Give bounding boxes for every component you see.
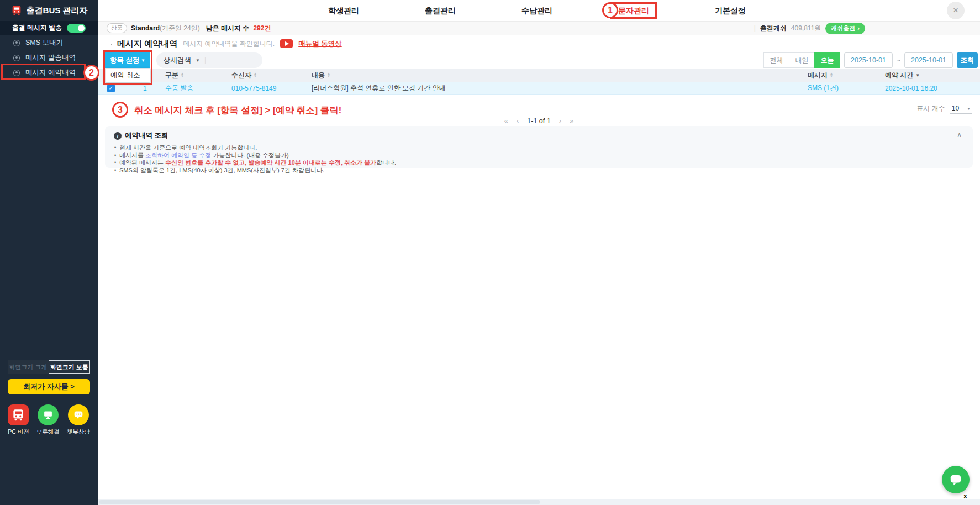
header-receiver[interactable]: 수신자▲▼ bbox=[224, 71, 304, 80]
error-help-button[interactable]: 오류해결 bbox=[36, 404, 60, 436]
close-icon: × bbox=[953, 5, 958, 16]
display-count-select[interactable]: 10 ▼ bbox=[950, 103, 972, 114]
row-time[interactable]: 2025-10-01 16:20 bbox=[877, 85, 980, 92]
divider: | bbox=[754, 24, 756, 32]
pagination: « ‹ 1-1 of 1 › » bbox=[504, 117, 574, 125]
main-content: 학생관리 출결관리 수납관리 문자관리 기본설정 1 × 상품 Standard… bbox=[98, 0, 980, 505]
send-toggle[interactable] bbox=[67, 24, 86, 33]
chat-fab-button[interactable] bbox=[942, 466, 970, 493]
filter-all-button[interactable]: 전체 bbox=[763, 52, 789, 68]
caret-down-icon: ▼ bbox=[141, 58, 145, 63]
filter-tomorrow-button[interactable]: 내일 bbox=[789, 52, 815, 68]
search-button[interactable]: 조회 bbox=[957, 52, 978, 68]
row-checkbox[interactable]: ✓ bbox=[107, 85, 115, 92]
header-content[interactable]: 내용▲▼ bbox=[304, 71, 800, 80]
row-message[interactable]: SMS (1건) bbox=[800, 83, 877, 93]
check-icon: ✓ bbox=[109, 85, 113, 91]
screen-size-controls: 화면크기 크게 화면크기 보통 bbox=[8, 360, 90, 374]
pagination-prev-button[interactable]: ‹ bbox=[517, 117, 519, 125]
display-count: 표시 개수 10 ▼ bbox=[916, 103, 972, 114]
toggle-label: 출결 메시지 발송 bbox=[12, 23, 62, 33]
annotation-step-3: 3 bbox=[112, 102, 128, 118]
row-type[interactable]: 수동 발송 bbox=[157, 83, 224, 93]
row-receiver[interactable]: 010-5775-8149 bbox=[224, 85, 304, 92]
info-bullet-list: 현재 시간을 기준으로 예약 내역조회가 가능합니다. 메시지를 조회하여 예약… bbox=[114, 144, 964, 174]
message-send-toggle-row: 출결 메시지 발송 bbox=[0, 21, 98, 35]
pagination-last-button[interactable]: » bbox=[570, 117, 573, 125]
banner-close-x[interactable]: x bbox=[963, 492, 967, 500]
youtube-icon[interactable] bbox=[280, 39, 293, 48]
info-bullet: 메시지를 조회하여 예약일 등 수정 가능합니다. (내용 수정불가) bbox=[114, 152, 964, 160]
date-to-input[interactable]: 2025-10-01 bbox=[904, 52, 953, 68]
row-content[interactable]: [리더스학원] 추석 연휴로 인한 보강 기간 안내 bbox=[304, 83, 800, 93]
tab-student-mgmt[interactable]: 학생관리 bbox=[328, 0, 359, 21]
table-footer-area: 3 취소 메시지 체크 후 [항목 설정] > [예약 취소] 클릭! « ‹ … bbox=[98, 99, 980, 126]
charge-cash-button[interactable]: 캐쉬충전 › bbox=[825, 23, 865, 34]
table-row[interactable]: ✓ 1 수동 발송 010-5775-8149 [리더스학원] 추석 연휴로 인… bbox=[98, 82, 980, 95]
sidebar-item-sms-send[interactable]: SMS 보내기 bbox=[0, 35, 98, 50]
sort-icon: ▲▼ bbox=[327, 72, 330, 78]
row-checkbox-cell: ✓ bbox=[98, 85, 135, 92]
screen-size-normal-button[interactable]: 화면크기 보통 bbox=[49, 360, 91, 374]
shop-button[interactable]: 최저가 자사몰 > bbox=[8, 379, 90, 394]
divider: | bbox=[204, 56, 206, 64]
header-message[interactable]: 메시지▲▼ bbox=[800, 71, 877, 80]
plan-chip: 상품 bbox=[107, 23, 127, 33]
horizontal-scrollbar[interactable] bbox=[98, 499, 980, 505]
sort-icon: ▲▼ bbox=[181, 72, 184, 78]
footer-icon-label: 오류해결 bbox=[36, 428, 60, 436]
footer-icon-label: PC 버전 bbox=[8, 428, 29, 436]
date-range-presets: 전체 내일 오늘 bbox=[764, 52, 840, 68]
sort-desc-icon: ▼ bbox=[915, 73, 920, 78]
row-no: 1 bbox=[135, 85, 157, 92]
close-button[interactable]: × bbox=[947, 2, 965, 19]
tab-attendance-mgmt[interactable]: 출결관리 bbox=[425, 0, 456, 21]
toolbar-right: 전체 내일 오늘 2025-10-01 ~ 2025-10-01 조회 bbox=[764, 52, 978, 68]
status-bar: 상품 Standard(기준일 24일) 남은 메시지 수 292건 | 출결캐… bbox=[98, 21, 980, 35]
collapse-chevron-up-icon[interactable]: ∧ bbox=[957, 131, 962, 139]
page-subtitle: 메시지 예약내역을 확인합니다. bbox=[183, 39, 275, 49]
detail-search-label[interactable]: 상세검색 bbox=[164, 56, 191, 65]
pagination-first-button[interactable]: « bbox=[504, 117, 508, 125]
annotation-step-2: 2 bbox=[83, 65, 99, 81]
page-title-row: 메시지 예약내역 메시지 예약내역을 확인합니다. 매뉴얼 동영상 bbox=[98, 35, 342, 52]
filter-today-button[interactable]: 오늘 bbox=[814, 52, 840, 68]
info-box-header: i 예약내역 조회 bbox=[114, 131, 964, 140]
screen-size-large-button[interactable]: 화면크기 크게 bbox=[8, 360, 49, 374]
display-count-label: 표시 개수 bbox=[916, 104, 945, 113]
pc-version-button[interactable]: PC 버전 bbox=[8, 404, 29, 436]
monitor-icon bbox=[38, 404, 59, 425]
radio-icon bbox=[13, 55, 20, 61]
app-header: 출결BUS 관리자 bbox=[0, 0, 98, 21]
cash-value: 409,811원 bbox=[791, 24, 821, 33]
scrollbar-thumb[interactable] bbox=[99, 500, 540, 504]
table-header: 구분▲▼ 수신자▲▼ 내용▲▼ 메시지▲▼ 예약 시간▼ bbox=[98, 69, 980, 82]
app-title: 출결BUS 관리자 bbox=[27, 6, 88, 16]
pagination-info: 1-1 of 1 bbox=[527, 117, 550, 125]
info-box: i 예약내역 조회 ∧ 현재 시간을 기준으로 예약 내역조회가 가능합니다. … bbox=[105, 126, 973, 168]
chatbot-button[interactable]: 챗봇상담 bbox=[67, 404, 90, 436]
sidebar-item-label: 메시지 예약내역 bbox=[25, 68, 76, 77]
sidebar-item-label: SMS 보내기 bbox=[25, 38, 63, 48]
plan-name: Standard bbox=[131, 24, 160, 32]
sidebar-item-sent-history[interactable]: 메시지 발송내역 bbox=[0, 50, 98, 65]
tab-payment-mgmt[interactable]: 수납관리 bbox=[521, 0, 552, 21]
bus-icon bbox=[8, 404, 29, 425]
sort-icon: ▲▼ bbox=[254, 72, 257, 78]
tab-basic-settings[interactable]: 기본설정 bbox=[715, 0, 746, 21]
remaining-count[interactable]: 292건 bbox=[253, 24, 271, 33]
date-from-input[interactable]: 2025-10-01 bbox=[844, 52, 893, 68]
info-box-title: 예약내역 조회 bbox=[125, 131, 168, 140]
menu-item-cancel-reservation[interactable]: 예약 취소 bbox=[105, 68, 150, 82]
item-settings-dropdown[interactable]: 항목 설정 ▼ bbox=[105, 52, 150, 68]
annotation-step-3-text: 취소 메시지 체크 후 [항목 설정] > [예약 취소] 클릭! bbox=[134, 104, 341, 117]
detail-search-bar[interactable]: 상세검색 ▼ | bbox=[156, 52, 262, 68]
manual-video-link[interactable]: 매뉴얼 동영상 bbox=[298, 39, 341, 49]
header-time[interactable]: 예약 시간▼ bbox=[877, 71, 980, 80]
pagination-next-button[interactable]: › bbox=[559, 117, 561, 125]
caret-down-icon: ▼ bbox=[967, 107, 971, 111]
header-type[interactable]: 구분▲▼ bbox=[157, 71, 224, 80]
toolbar: 항목 설정 ▼ 예약 취소 상세검색 ▼ | 전체 내일 오늘 2025-10-… bbox=[98, 52, 980, 68]
footer-icon-label: 챗봇상담 bbox=[67, 428, 90, 436]
sidebar-item-label: 메시지 발송내역 bbox=[25, 53, 76, 62]
